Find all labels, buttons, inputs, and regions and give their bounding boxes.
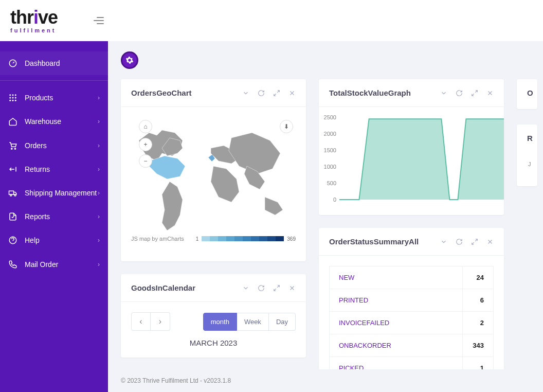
expand-icon[interactable] <box>273 284 280 292</box>
refresh-icon[interactable] <box>456 90 463 97</box>
gear-icon <box>125 56 134 64</box>
legend-max: 369 <box>287 236 296 242</box>
svg-rect-12 <box>9 191 14 194</box>
card-title: OrderStatusSummaryAll <box>329 237 419 246</box>
sidebar-item-label: Shipping Management <box>25 188 98 198</box>
table-row[interactable]: ONBACKORDER343 <box>330 334 494 357</box>
home-icon <box>8 117 17 126</box>
status-label: PRINTED <box>330 289 463 312</box>
sidebar-divider <box>0 80 108 81</box>
chevron-down-icon[interactable] <box>440 238 447 245</box>
returns-icon <box>8 165 17 174</box>
card-title: OrdersGeoChart <box>131 88 192 97</box>
svg-text:2500: 2500 <box>324 114 336 120</box>
svg-point-10 <box>11 148 12 149</box>
card-partial-1: O <box>517 79 537 109</box>
expand-icon[interactable] <box>273 90 280 97</box>
svg-point-14 <box>14 194 16 196</box>
calendar-month-title: MARCH 2023 <box>131 338 296 347</box>
table-row[interactable]: PRINTED6 <box>330 289 494 312</box>
card-goods-calendar: GoodsInCalendar ‹ <box>121 274 306 358</box>
calendar-view-week[interactable]: Week <box>237 313 269 331</box>
svg-point-5 <box>12 97 14 99</box>
status-value: 6 <box>463 289 494 312</box>
svg-text:500: 500 <box>327 180 336 186</box>
legend-min: 1 <box>196 236 199 242</box>
chevron-right-icon: › <box>98 261 100 268</box>
sidebar-item-products[interactable]: Products › <box>0 86 108 110</box>
svg-point-7 <box>9 100 11 101</box>
calendar-next-button[interactable]: › <box>151 312 170 331</box>
map-download-button[interactable]: ⬇ <box>280 120 293 133</box>
card-title: GoodsInCalendar <box>131 283 195 292</box>
card-stock-value: TotalStockValueGraph 0500100015002000250… <box>319 79 504 215</box>
svg-point-1 <box>9 95 11 96</box>
status-label: INVOICEFAILED <box>330 312 463 334</box>
table-row[interactable]: NEW24 <box>330 266 494 289</box>
calendar-view-day[interactable]: Day <box>269 313 296 331</box>
svg-text:0: 0 <box>333 197 336 203</box>
sidebar-item-dashboard[interactable]: Dashboard <box>0 51 108 75</box>
svg-point-11 <box>14 148 15 149</box>
svg-point-2 <box>12 95 14 96</box>
chevron-down-icon[interactable] <box>440 90 447 97</box>
status-value: 2 <box>463 312 494 334</box>
sidebar: Dashboard Products › Warehouse › Orders … <box>0 41 108 392</box>
card-title: TotalStockValueGraph <box>329 88 411 97</box>
svg-point-6 <box>15 97 16 99</box>
calendar-view-month[interactable]: month <box>203 313 237 331</box>
table-row[interactable]: PICKED1 <box>330 357 494 370</box>
refresh-icon[interactable] <box>258 284 265 292</box>
stock-chart: 05001000150020002500 <box>319 112 504 210</box>
status-table: NEW24PRINTED6INVOICEFAILED2ONBACKORDER34… <box>329 266 494 369</box>
sidebar-item-label: Warehouse <box>25 117 98 126</box>
expand-icon[interactable] <box>471 90 478 97</box>
map-credit: JS map by amCharts <box>131 236 184 242</box>
map-zoom-out-button[interactable]: − <box>139 154 152 168</box>
close-icon[interactable] <box>486 238 494 245</box>
close-icon[interactable] <box>486 90 494 97</box>
sidebar-item-label: Dashboard <box>25 59 100 68</box>
sidebar-item-shipping[interactable]: Shipping Management › <box>0 181 108 205</box>
sidebar-item-orders[interactable]: Orders › <box>0 134 108 157</box>
chevron-right-icon: › <box>98 189 100 197</box>
status-label: NEW <box>330 266 463 289</box>
sidebar-item-reports[interactable]: Reports › <box>0 205 108 228</box>
map-zoom-in-button[interactable]: + <box>139 138 152 151</box>
chevron-down-icon[interactable] <box>242 90 249 97</box>
grid-icon <box>8 93 17 102</box>
sidebar-item-help[interactable]: Help › <box>0 228 108 252</box>
status-label: ONBACKORDER <box>330 334 463 357</box>
footer: © 2023 Thrive Fulfilment Ltd - v2023.1.8 <box>108 369 543 392</box>
status-value: 1 <box>463 357 494 370</box>
gauge-icon <box>8 59 17 68</box>
svg-text:1500: 1500 <box>324 147 336 153</box>
expand-icon[interactable] <box>471 238 478 245</box>
sidebar-item-warehouse[interactable]: Warehouse › <box>0 110 108 133</box>
refresh-icon[interactable] <box>258 90 265 97</box>
logo[interactable]: thrive fulfilment <box>10 8 58 33</box>
file-icon <box>8 212 17 221</box>
help-icon <box>8 236 17 245</box>
map-legend: 1 <box>196 236 296 242</box>
card-title: R <box>527 134 533 142</box>
world-map[interactable]: ⌂ + − ⬇ <box>131 117 296 251</box>
sidebar-item-label: Products <box>25 93 98 102</box>
close-icon[interactable] <box>288 284 296 292</box>
truck-icon <box>8 188 17 198</box>
menu-toggle-icon[interactable] <box>94 17 104 24</box>
sidebar-item-mailorder[interactable]: Mail Order › <box>0 253 108 276</box>
svg-point-13 <box>10 194 12 196</box>
chevron-down-icon[interactable] <box>242 284 249 292</box>
sidebar-item-label: Reports <box>25 212 98 221</box>
settings-button[interactable] <box>121 51 138 69</box>
sidebar-item-returns[interactable]: Returns › <box>0 157 108 181</box>
card-title: O <box>527 88 533 97</box>
partial-value: J <box>517 152 537 167</box>
map-home-button[interactable]: ⌂ <box>139 120 152 133</box>
table-row[interactable]: INVOICEFAILED2 <box>330 312 494 334</box>
sidebar-item-label: Orders <box>25 141 98 150</box>
refresh-icon[interactable] <box>456 238 463 245</box>
close-icon[interactable] <box>288 90 296 97</box>
calendar-prev-button[interactable]: ‹ <box>131 312 151 331</box>
